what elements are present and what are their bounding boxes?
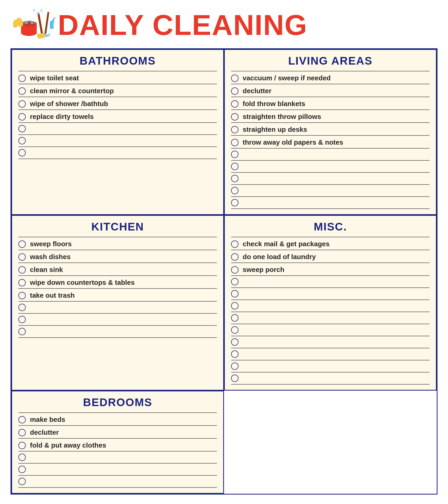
- list-item[interactable]: wipe down countertops & tables: [18, 276, 217, 289]
- checkbox-icon[interactable]: [231, 199, 238, 206]
- item-label: declutter: [243, 87, 272, 95]
- checkbox-icon[interactable]: [18, 87, 26, 95]
- svg-point-15: [40, 9, 43, 12]
- checkbox-icon[interactable]: [231, 266, 238, 274]
- checkbox-icon[interactable]: [18, 240, 26, 248]
- list-item[interactable]: clean mirror & countertop: [18, 84, 217, 97]
- empty-row: [231, 173, 430, 185]
- checkbox-icon[interactable]: [231, 253, 238, 261]
- checkbox-icon[interactable]: [231, 100, 238, 108]
- checkbox-icon[interactable]: [18, 266, 26, 274]
- empty-row: [231, 300, 430, 312]
- checkbox-icon[interactable]: [18, 100, 26, 108]
- item-label: replace dirty towels: [30, 113, 94, 121]
- checkbox-icon[interactable]: [18, 75, 26, 82]
- checkbox-icon[interactable]: [18, 454, 26, 461]
- empty-row: [231, 324, 430, 336]
- page-title: DAILY CLEANING: [58, 10, 308, 39]
- checkbox-icon[interactable]: [231, 126, 238, 133]
- checkbox-icon[interactable]: [18, 137, 26, 144]
- list-item[interactable]: straighten up desks: [231, 123, 430, 136]
- checkbox-icon[interactable]: [231, 290, 238, 297]
- list-item[interactable]: check mail & get packages: [231, 237, 430, 250]
- checkbox-icon[interactable]: [18, 328, 26, 335]
- living-areas-title: LIVING AREAS: [225, 50, 436, 70]
- empty-row: [231, 288, 430, 300]
- empty-row: [18, 476, 217, 488]
- list-item[interactable]: fold throw blankets: [231, 97, 430, 110]
- checkbox-icon[interactable]: [231, 87, 238, 95]
- empty-row: [231, 336, 430, 348]
- bedrooms-items: make beds declutter fold & put away clot…: [12, 411, 223, 493]
- checkbox-icon[interactable]: [18, 478, 26, 485]
- item-label: check mail & get packages: [243, 240, 330, 248]
- checkbox-icon[interactable]: [18, 279, 26, 286]
- checkbox-icon[interactable]: [18, 316, 26, 323]
- checkbox-icon[interactable]: [231, 314, 238, 322]
- checkbox-icon[interactable]: [231, 240, 238, 248]
- checkbox-icon[interactable]: [231, 302, 238, 309]
- item-label: declutter: [30, 428, 59, 437]
- svg-rect-8: [44, 12, 49, 34]
- list-item[interactable]: sweep porch: [231, 263, 430, 276]
- checkbox-icon[interactable]: [231, 139, 238, 146]
- checkbox-icon[interactable]: [18, 416, 26, 423]
- list-item[interactable]: replace dirty towels: [18, 110, 217, 123]
- list-item[interactable]: do one load of laundry: [231, 250, 430, 263]
- checkbox-icon[interactable]: [231, 375, 238, 382]
- checkbox-icon[interactable]: [231, 187, 238, 194]
- empty-row: [18, 452, 217, 464]
- checkbox-icon[interactable]: [18, 442, 26, 449]
- list-item[interactable]: declutter: [18, 426, 217, 439]
- list-item[interactable]: straighten throw pillows: [231, 110, 430, 123]
- checkbox-icon[interactable]: [18, 113, 26, 120]
- empty-row: [231, 197, 430, 209]
- empty-row: [18, 326, 217, 338]
- kitchen-section: KITCHEN sweep floors wash dishes clean s…: [11, 215, 224, 391]
- list-item[interactable]: vaccuum / sweep if needed: [231, 71, 430, 84]
- empty-row: [18, 147, 217, 159]
- list-item[interactable]: fold & put away clothes: [18, 439, 217, 452]
- checkbox-icon[interactable]: [231, 75, 238, 82]
- empty-row: [231, 360, 430, 372]
- empty-row: [18, 123, 217, 135]
- checkbox-icon[interactable]: [18, 429, 26, 436]
- misc-items: check mail & get packages do one load of…: [225, 236, 436, 390]
- list-item[interactable]: sweep floors: [18, 237, 217, 250]
- item-label: straighten up desks: [243, 125, 307, 134]
- checkbox-icon[interactable]: [18, 292, 26, 299]
- checkbox-icon[interactable]: [231, 326, 238, 334]
- checkbox-icon[interactable]: [18, 253, 26, 261]
- list-item[interactable]: declutter: [231, 84, 430, 97]
- bathrooms-section: BATHROOMS wipe toilet seat clean mirror …: [11, 49, 224, 215]
- list-item[interactable]: wash dishes: [18, 250, 217, 263]
- svg-line-13: [54, 17, 55, 19]
- checkbox-icon[interactable]: [18, 125, 26, 132]
- checkbox-icon[interactable]: [231, 363, 238, 370]
- list-item[interactable]: throw away old papers & notes: [231, 136, 430, 149]
- list-item[interactable]: wipe toilet seat: [18, 71, 217, 84]
- empty-row: [231, 185, 430, 197]
- empty-row: [231, 348, 430, 360]
- list-item[interactable]: clean sink: [18, 263, 217, 276]
- checklist-grid: BATHROOMS wipe toilet seat clean mirror …: [11, 48, 437, 495]
- checkbox-icon[interactable]: [18, 466, 26, 473]
- checkbox-icon[interactable]: [231, 350, 238, 358]
- checkbox-icon[interactable]: [231, 151, 238, 158]
- list-item[interactable]: make beds: [18, 412, 217, 426]
- checkbox-icon[interactable]: [231, 338, 238, 346]
- checkbox-icon[interactable]: [231, 278, 238, 285]
- checkbox-icon[interactable]: [18, 304, 26, 311]
- checkbox-icon[interactable]: [231, 113, 238, 120]
- svg-rect-12: [52, 19, 54, 23]
- bedrooms-title: BEDROOMS: [12, 391, 223, 411]
- item-label: sweep floors: [30, 240, 72, 248]
- checkbox-icon[interactable]: [231, 175, 238, 182]
- empty-row: [231, 312, 430, 324]
- list-item[interactable]: wipe of shower /bathtub: [18, 97, 217, 110]
- list-item[interactable]: take out trash: [18, 289, 217, 302]
- checkbox-icon[interactable]: [231, 163, 238, 170]
- item-label: throw away old papers & notes: [243, 138, 343, 146]
- item-label: sweep porch: [243, 266, 284, 274]
- checkbox-icon[interactable]: [18, 149, 26, 156]
